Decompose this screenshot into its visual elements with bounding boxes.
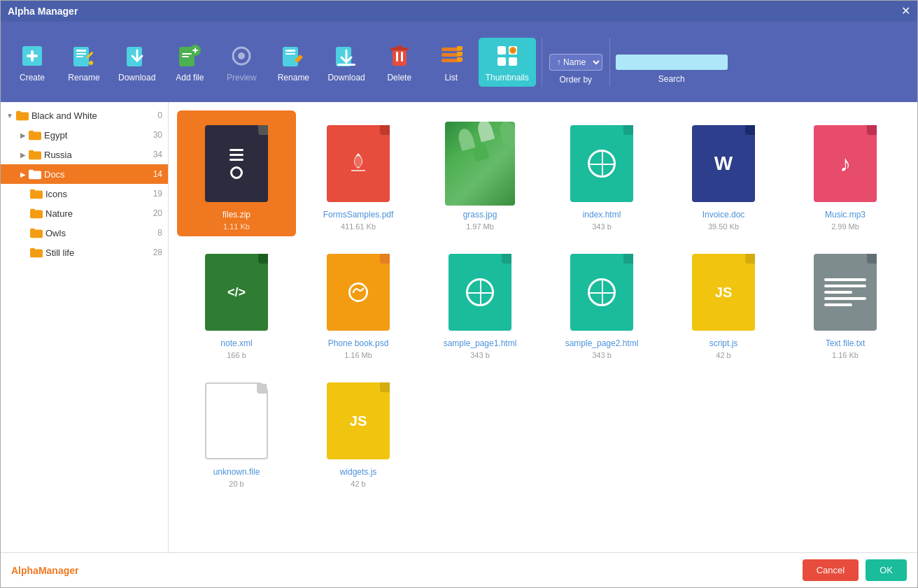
file-item-index-html[interactable]: index.html 343 b — [542, 110, 661, 236]
delete-button[interactable]: Delete — [375, 38, 424, 87]
file-item-files-zip[interactable]: files.zip 1.11 Kb — [177, 110, 296, 236]
folder-icon — [16, 109, 29, 122]
create-label: Create — [20, 73, 45, 83]
file-thumb-phonebook-psd — [323, 250, 393, 334]
svg-rect-21 — [285, 53, 295, 55]
cancel-button[interactable]: Cancel — [803, 559, 859, 581]
thumbnails-button[interactable]: Thumbnails — [479, 38, 536, 87]
chevron-right-icon: ▶ — [20, 151, 26, 159]
file-thumb-note-xml: </> — [202, 250, 271, 334]
sidebar-item-count-egypt: 30 — [153, 130, 162, 140]
file-item-unknown-file[interactable]: unknown.file 20 b — [177, 368, 296, 494]
sidebar-item-russia[interactable]: ▶ Russia 34 — [1, 145, 168, 164]
download2-button[interactable]: Download — [320, 38, 372, 87]
download1-label: Download — [118, 73, 155, 83]
file-name-textfile-txt: Text file.txt — [826, 338, 866, 350]
file-name-grass-jpg: grass.jpg — [463, 210, 497, 221]
file-thumb-pdf — [323, 122, 393, 206]
search-input[interactable] — [616, 55, 728, 70]
main-area: ▼ Black and White 0 ▶ Egypt 30 ▶ — [1, 102, 917, 552]
sidebar-item-label-still-life: Still life — [45, 248, 74, 258]
file-thumb-widgets-js: JS — [323, 379, 393, 463]
add-file-button[interactable]: Add file — [165, 38, 214, 87]
order-by-label: Order by — [559, 75, 592, 85]
file-item-widgets-js[interactable]: JS widgets.js 42 b — [299, 368, 418, 494]
file-thumb-invoice-doc: W — [688, 122, 758, 206]
svg-rect-28 — [396, 52, 398, 62]
rename1-button[interactable]: Rename — [59, 38, 108, 87]
file-item-note-xml[interactable]: </> note.xml 166 b — [177, 239, 296, 365]
rename1-label: Rename — [68, 73, 99, 83]
rename2-button[interactable]: Rename — [269, 38, 318, 87]
sidebar: ▼ Black and White 0 ▶ Egypt 30 ▶ — [1, 102, 169, 552]
file-name-widgets-js: widgets.js — [340, 467, 377, 478]
file-name-index-html: index.html — [583, 210, 621, 221]
toolbar-separator — [542, 38, 542, 87]
svg-rect-34 — [457, 52, 462, 56]
file-item-grass-jpg[interactable]: grass.jpg 1.97 Mb — [421, 110, 539, 236]
file-size-index-html: 343 b — [592, 222, 612, 231]
sidebar-item-still-life[interactable]: Still life 28 — [1, 243, 168, 262]
preview-label: Preview — [227, 73, 257, 83]
ok-button[interactable]: OK — [866, 559, 907, 581]
sidebar-item-docs[interactable]: ▶ Docs 14 — [1, 164, 168, 184]
brand-label: AlphaManager — [11, 565, 78, 576]
sidebar-item-nature[interactable]: Nature 20 — [1, 203, 168, 223]
sidebar-item-count-docs: 14 — [153, 169, 162, 179]
sidebar-item-count-icons: 19 — [153, 189, 162, 199]
file-item-music-mp3[interactable]: ♪ Music.mp3 2.99 Mb — [786, 110, 905, 236]
file-size-files-zip: 1.11 Kb — [223, 222, 250, 231]
file-size-unknown-file: 20 b — [229, 480, 243, 488]
file-thumb-grass — [445, 122, 515, 206]
file-item-textfile-txt[interactable]: Text file.txt 1.16 Kb — [786, 239, 905, 365]
svg-rect-2 — [27, 55, 38, 57]
file-thumb-zip — [202, 122, 271, 206]
svg-rect-24 — [337, 64, 355, 66]
preview-button[interactable]: Preview — [217, 38, 266, 87]
svg-rect-39 — [509, 57, 517, 66]
close-button[interactable]: ✕ — [901, 6, 910, 17]
svg-rect-33 — [457, 46, 462, 50]
create-button[interactable]: Create — [8, 38, 57, 87]
file-item-phonebook-psd[interactable]: Phone book.psd 1.16 Mb — [299, 239, 418, 365]
folder-icon — [29, 129, 41, 141]
file-thumb-music-mp3: ♪ — [810, 122, 880, 206]
folder-icon — [29, 168, 41, 180]
file-name-sample2-html: sample_page2.html — [565, 338, 639, 350]
sidebar-item-black-and-white[interactable]: ▼ Black and White 0 — [1, 106, 168, 125]
sidebar-item-egypt[interactable]: ▶ Egypt 30 — [1, 125, 168, 145]
file-item-invoice-doc[interactable]: W Invoice.doc 39.50 Kb — [664, 110, 783, 236]
file-item-script-js[interactable]: JS script.js 42 b — [664, 239, 783, 365]
file-item-sample2-html[interactable]: sample_page2.html 343 b — [542, 239, 661, 365]
search-label: Search — [658, 74, 685, 84]
svg-rect-6 — [76, 56, 83, 57]
download1-icon — [123, 42, 151, 70]
svg-rect-22 — [336, 47, 351, 66]
sidebar-item-owls[interactable]: Owls 8 — [1, 223, 168, 243]
file-size-phonebook-psd: 1.16 Mb — [344, 351, 372, 359]
file-size-widgets-js: 42 b — [351, 480, 365, 488]
svg-rect-35 — [457, 57, 462, 62]
svg-point-8 — [89, 61, 93, 65]
svg-point-49 — [349, 284, 367, 301]
svg-rect-16 — [182, 56, 189, 57]
file-item-forms-pdf[interactable]: FormsSamples.pdf 411.61 Kb — [299, 110, 418, 236]
sidebar-item-label-icons: Icons — [45, 189, 67, 199]
file-size-note-xml: 166 b — [227, 351, 246, 359]
download1-button[interactable]: Download — [111, 38, 162, 87]
file-item-sample1-html[interactable]: sample_page1.html 343 b — [421, 239, 539, 365]
order-by-select[interactable]: ↑ Name ↓ Name ↑ Size ↓ Size — [549, 54, 602, 71]
file-size-grass-jpg: 1.97 Mb — [466, 222, 494, 231]
list-icon — [437, 42, 465, 70]
svg-point-48 — [355, 156, 362, 167]
file-size-sample1-html: 343 b — [470, 351, 490, 359]
svg-point-18 — [238, 52, 245, 59]
file-thumb-index-html — [567, 122, 637, 206]
file-name-note-xml: note.xml — [220, 338, 252, 350]
sidebar-item-icons[interactable]: Icons 19 — [1, 184, 168, 203]
list-button[interactable]: List — [427, 38, 476, 87]
sidebar-item-label-black-and-white: Black and White — [31, 110, 97, 121]
file-size-music-mp3: 2.99 Mb — [831, 222, 859, 231]
file-name-music-mp3: Music.mp3 — [825, 210, 866, 221]
svg-rect-29 — [401, 52, 403, 62]
